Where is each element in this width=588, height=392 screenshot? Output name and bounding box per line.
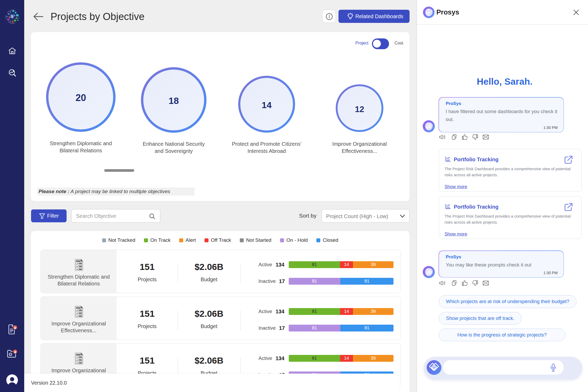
svg-text:S: S (11, 15, 13, 18)
